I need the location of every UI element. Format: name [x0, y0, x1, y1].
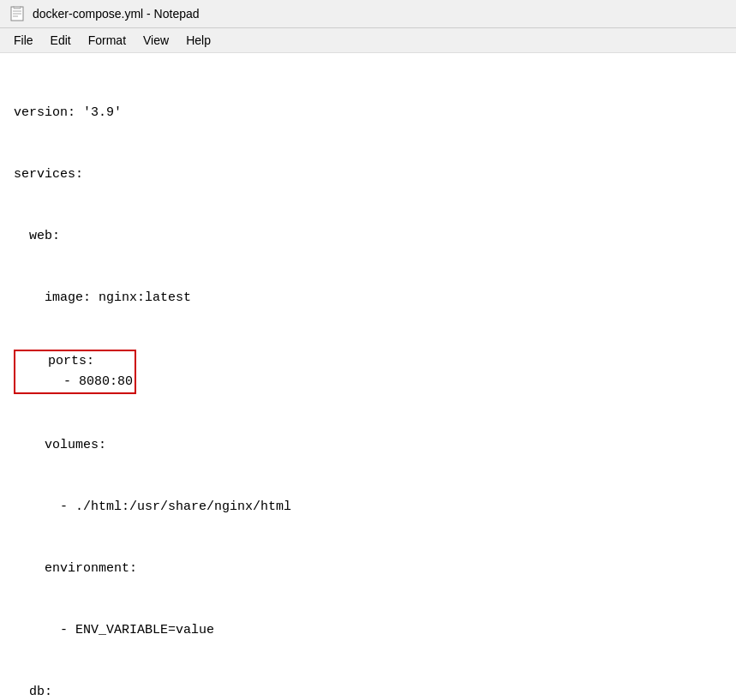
editor-line-9: environment:	[14, 559, 722, 579]
editor-area[interactable]: version: '3.9' services: web: image: ngi…	[0, 53, 736, 700]
svg-rect-1	[14, 6, 21, 9]
editor-line-5-6-highlighted: ports: - 8080:80	[14, 350, 722, 394]
notepad-icon	[9, 5, 26, 22]
menu-help[interactable]: Help	[179, 32, 218, 49]
editor-line-3: web:	[14, 226, 722, 247]
editor-line-10: - ENV_VARIABLE=value	[14, 620, 722, 641]
editor-line-7: volumes:	[14, 435, 722, 456]
editor-line-6: - 8080:80	[17, 372, 133, 392]
menu-format[interactable]: Format	[81, 32, 133, 49]
menu-edit[interactable]: Edit	[44, 32, 78, 49]
title-bar: docker-compose.yml - Notepad	[0, 0, 736, 28]
menu-view[interactable]: View	[136, 32, 176, 49]
editor-line-8: - ./html:/usr/share/nginx/html	[14, 497, 722, 518]
window-title: docker-compose.yml - Notepad	[33, 7, 200, 21]
highlight-box: ports: - 8080:80	[14, 350, 136, 394]
editor-line-1: version: '3.9'	[14, 103, 722, 123]
editor-line-11: db:	[14, 682, 722, 700]
editor-line-2: services:	[14, 165, 722, 185]
editor-line-4: image: nginx:latest	[14, 288, 722, 308]
menu-file[interactable]: File	[7, 32, 40, 49]
editor-line-5: ports:	[17, 351, 133, 372]
menu-bar: File Edit Format View Help	[0, 28, 736, 53]
